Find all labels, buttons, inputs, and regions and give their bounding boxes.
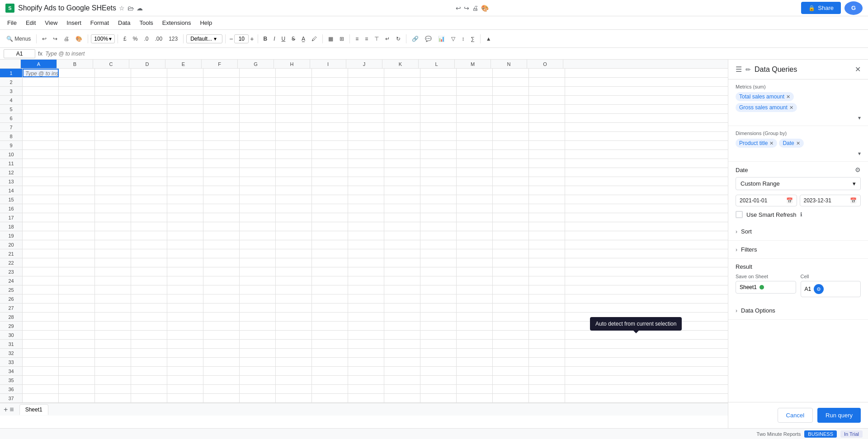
cell-row24-col1[interactable]: [59, 276, 95, 285]
cell-row34-col6[interactable]: [240, 367, 276, 375]
col-k-header[interactable]: K: [382, 60, 419, 68]
cell-row14-col4[interactable]: [167, 186, 203, 195]
percent-btn[interactable]: %: [130, 34, 141, 44]
cell-row6-col12[interactable]: [457, 114, 493, 122]
formula-input[interactable]: Type @ to insert: [45, 51, 864, 57]
cell-row9-col7[interactable]: [276, 141, 312, 149]
cell-row34-col7[interactable]: [276, 367, 312, 375]
cell-row3-col8[interactable]: [312, 87, 348, 95]
cell-row32-col5[interactable]: [203, 349, 240, 357]
row-22-num[interactable]: 22: [0, 258, 23, 267]
col-m-header[interactable]: M: [455, 60, 491, 68]
cell-row24-col9[interactable]: [348, 276, 384, 285]
cell-row30-col10[interactable]: [384, 331, 420, 339]
cell-row20-col11[interactable]: [420, 240, 457, 249]
cell-row7-col2[interactable]: [95, 123, 131, 131]
cell-row33-col8[interactable]: [312, 358, 348, 366]
row-17-num[interactable]: 17: [0, 213, 23, 222]
cell-row12-col1[interactable]: [59, 168, 95, 177]
cell-row21-col10[interactable]: [384, 249, 420, 258]
cell-row22-col11[interactable]: [420, 258, 457, 267]
menu-view[interactable]: View: [41, 18, 61, 28]
cell-row19-col2[interactable]: [95, 231, 131, 240]
cell-row37-col8[interactable]: [312, 394, 348, 402]
row-5-num[interactable]: 5: [0, 105, 23, 114]
cell-row19-col9[interactable]: [348, 231, 384, 240]
col-g-header[interactable]: G: [238, 60, 274, 68]
cell-row7-col4[interactable]: [167, 123, 203, 131]
cell-row34-col11[interactable]: [420, 367, 457, 375]
cell-row37-col10[interactable]: [384, 394, 420, 402]
cell-row16-col8[interactable]: [312, 204, 348, 213]
cell-row19-col13[interactable]: [493, 231, 529, 240]
cell-row31-col6[interactable]: [240, 340, 276, 348]
borders-btn[interactable]: ▦: [326, 34, 336, 44]
cell-row2-col1[interactable]: [59, 78, 95, 86]
cell-row13-col11[interactable]: [420, 177, 457, 186]
cell-row31-col13[interactable]: [493, 340, 529, 348]
cell-row18-col2[interactable]: [95, 222, 131, 231]
cell-row14-col0[interactable]: [23, 186, 59, 195]
cell-row17-col14[interactable]: [529, 213, 565, 222]
cell-row8-col12[interactable]: [457, 132, 493, 140]
cell-row17-col3[interactable]: [131, 213, 167, 222]
cell-row19-col0[interactable]: [23, 231, 59, 240]
cell-row18-col4[interactable]: [167, 222, 203, 231]
start-date-input[interactable]: 2021-01-01 📅: [736, 195, 797, 206]
cell-row2-col13[interactable]: [493, 78, 529, 86]
menu-extensions[interactable]: Extensions: [159, 18, 195, 28]
cell-row5-col5[interactable]: [203, 105, 240, 113]
cell-row7-col10[interactable]: [384, 123, 420, 131]
date-settings-icon[interactable]: ⚙: [855, 166, 861, 173]
cell-row21-col8[interactable]: [312, 249, 348, 258]
cell-row6-col6[interactable]: [240, 114, 276, 122]
cell-row8-col4[interactable]: [167, 132, 203, 140]
strikethrough-btn[interactable]: S̶: [289, 34, 298, 44]
tag-product-title[interactable]: Product title ✕: [736, 139, 777, 148]
cell-row2-col11[interactable]: [420, 78, 457, 86]
col-a-header[interactable]: A: [21, 60, 57, 68]
cell-row8-col9[interactable]: [348, 132, 384, 140]
cell-row27-col0[interactable]: [23, 304, 59, 312]
cell-row27-col12[interactable]: [457, 304, 493, 312]
cell-row35-col8[interactable]: [312, 376, 348, 384]
cell-row24-col10[interactable]: [384, 276, 420, 285]
cell-row30-col6[interactable]: [240, 331, 276, 339]
cell-row33-col5[interactable]: [203, 358, 240, 366]
cell-row3-col12[interactable]: [457, 87, 493, 95]
cell-row10-col8[interactable]: [312, 150, 348, 159]
cell-row5-col4[interactable]: [167, 105, 203, 113]
cell-row19-col5[interactable]: [203, 231, 240, 240]
cell-row20-col0[interactable]: [23, 240, 59, 249]
cell-row19-col1[interactable]: [59, 231, 95, 240]
cell-row19-col14[interactable]: [529, 231, 565, 240]
data-options-header[interactable]: › Data Options: [736, 302, 861, 319]
menu-tools[interactable]: Tools: [136, 18, 156, 28]
cell-row22-col13[interactable]: [493, 258, 529, 267]
cell-row20-col13[interactable]: [493, 240, 529, 249]
cell-row28-col2[interactable]: [95, 313, 131, 321]
menu-format[interactable]: Format: [87, 18, 113, 28]
cell-row9-col6[interactable]: [240, 141, 276, 149]
cell-row23-col14[interactable]: [529, 267, 565, 276]
cell-row9-col3[interactable]: [131, 141, 167, 149]
cell-row17-col9[interactable]: [348, 213, 384, 222]
cell-row37-col14[interactable]: [529, 394, 565, 402]
cell-row22-col14[interactable]: [529, 258, 565, 267]
cell-row16-col4[interactable]: [167, 204, 203, 213]
cell-row36-col10[interactable]: [384, 385, 420, 393]
cell-row31-col2[interactable]: [95, 340, 131, 348]
col-i-header[interactable]: I: [310, 60, 346, 68]
cell-row12-col2[interactable]: [95, 168, 131, 177]
cell-row24-col5[interactable]: [203, 276, 240, 285]
cell-row4-col3[interactable]: [131, 96, 167, 104]
cell-row10-col5[interactable]: [203, 150, 240, 159]
cell-row13-col3[interactable]: [131, 177, 167, 186]
comment-btn[interactable]: 💬: [422, 34, 434, 44]
cell-row19-col11[interactable]: [420, 231, 457, 240]
cell-row26-col7[interactable]: [276, 294, 312, 303]
cell-row28-col12[interactable]: [457, 313, 493, 321]
cell-row19-col6[interactable]: [240, 231, 276, 240]
cell-row6-col1[interactable]: [59, 114, 95, 122]
paint-format-btn[interactable]: 🎨: [73, 34, 85, 44]
